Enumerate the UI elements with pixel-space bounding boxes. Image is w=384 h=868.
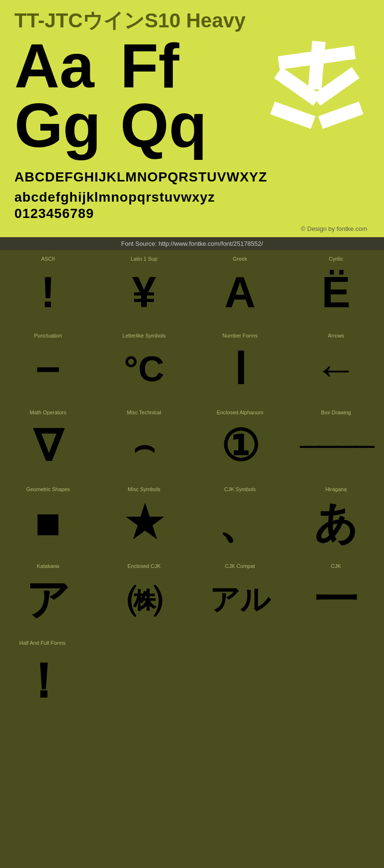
glyph-cell-arrows: Arrows ← xyxy=(288,327,384,404)
header-section: TT-JTCウインS10 Heavy Aa Gg Ff Qq xyxy=(0,0,384,237)
glyph-char-latin1sup: ¥ xyxy=(100,265,188,319)
letter-A: Aa xyxy=(14,36,101,96)
glyph-label-ascii: ASCII xyxy=(41,256,55,262)
font-source-bar: Font Source: http://www.fontke.com/font/… xyxy=(0,237,384,250)
glyph-label-cyrilic: Cyrilic xyxy=(329,256,343,262)
svg-rect-1 xyxy=(308,41,326,90)
glyph-cell-ascii: ASCII ! xyxy=(0,250,96,327)
glyph-char-misctech: ⌢ xyxy=(100,419,188,473)
digits: 0123456789 xyxy=(14,206,370,221)
glyph-cell-misctech: Misc Technical ⌢ xyxy=(96,404,192,481)
glyph-cell-geometric: Geometric Shapes ■ xyxy=(0,481,96,557)
glyph-char-cjk: 一 xyxy=(292,573,380,627)
glyph-char-punctuation: − xyxy=(4,342,92,396)
letter-G: Gg xyxy=(14,96,101,156)
glyph-label-boxdrawing: Box Drawing xyxy=(321,410,351,415)
glyph-char-enclosedcjk: ㈱ xyxy=(100,573,188,627)
glyph-label-letterlike: Letterlike Symbols xyxy=(122,333,166,338)
font-title: TT-JTCウインS10 Heavy xyxy=(14,10,370,32)
glyph-label-cjk: CJK xyxy=(331,563,341,569)
design-credit: © Design by fontke.com xyxy=(14,225,370,232)
glyph-label-greek: Greek xyxy=(233,256,247,262)
svg-rect-5 xyxy=(318,102,363,129)
glyph-char-hiragana: あ xyxy=(292,496,380,550)
glyph-label-cjkcompat: CJK Compat xyxy=(225,563,255,569)
half-full-label: Half And Full Forms xyxy=(0,634,384,650)
glyph-label-hiragana: Hiragana xyxy=(325,486,347,492)
glyph-char-cyrilic: Ë xyxy=(292,265,380,319)
glyph-char-arrows: ← xyxy=(292,342,380,396)
font-source-text: Font Source: http://www.fontke.com/font/… xyxy=(121,240,263,247)
glyph-char-cjksymbols: 、 xyxy=(196,496,284,550)
glyph-label-latin1sup: Latin 1 Sup xyxy=(131,256,157,262)
glyph-label-numberforms: Number Forms xyxy=(222,333,257,338)
glyph-char-ascii: ! xyxy=(4,265,92,319)
glyph-cell-enclosed: Enclosed Alphanum ① xyxy=(192,404,288,481)
glyph-char-numberforms: Ⅰ xyxy=(196,342,284,396)
kanji-decoration xyxy=(264,36,370,161)
glyph-cell-mathops: Math Operators ∇ xyxy=(0,404,96,481)
alphabet-lower: abcdefghijklmnopqrstuvwxyz xyxy=(14,189,370,206)
glyph-grid: ASCII ! Latin 1 Sup ¥ Greek Α Cyrilic Ë … xyxy=(0,250,384,634)
glyph-label-enclosed: Enclosed Alphanum xyxy=(216,410,263,415)
glyph-cell-cyrilic: Cyrilic Ë xyxy=(288,250,384,327)
glyph-cell-hiragana: Hiragana あ xyxy=(288,481,384,557)
letter-Q: Qq xyxy=(120,96,207,156)
glyph-char-greek: Α xyxy=(196,265,284,319)
glyph-cell-katakana: Katakana ア xyxy=(0,557,96,634)
glyph-char-geometric: ■ xyxy=(4,496,92,550)
glyph-cell-greek: Greek Α xyxy=(192,250,288,327)
glyph-cell-boxdrawing: Box Drawing ──── xyxy=(288,404,384,481)
glyph-cell-punctuation: Punctuation − xyxy=(0,327,96,404)
glyph-label-misctech: Misc Technical xyxy=(127,410,161,415)
glyph-label-mathops: Math Operators xyxy=(30,410,66,415)
glyph-label-geometric: Geometric Shapes xyxy=(26,486,70,492)
letter-F: Ff xyxy=(120,36,207,96)
glyph-label-punctuation: Punctuation xyxy=(34,333,62,338)
glyph-cell-cjksymbols: CJK Symbols 、 xyxy=(192,481,288,557)
glyph-label-miscsymbols: Misc Symbols xyxy=(128,486,160,492)
glyph-cell-enclosedcjk: Enclosed CJK ㈱ xyxy=(96,557,192,634)
glyph-char-katakana: ア xyxy=(4,573,92,627)
glyph-cell-miscsymbols: Misc Symbols ★ xyxy=(96,481,192,557)
svg-rect-4 xyxy=(270,102,315,129)
glyph-label-enclosedcjk: Enclosed CJK xyxy=(127,563,160,569)
alphabet-upper: ABCDEFGHIJKLMNOPQRSTUVWXYZ xyxy=(14,169,370,186)
glyph-char-miscsymbols: ★ xyxy=(100,496,188,550)
glyph-label-katakana: Katakana xyxy=(37,563,59,569)
glyph-cell-numberforms: Number Forms Ⅰ xyxy=(192,327,288,404)
glyph-char-letterlike: °C xyxy=(100,342,188,396)
glyph-cell-latin1sup: Latin 1 Sup ¥ xyxy=(96,250,192,327)
glyph-char-boxdrawing: ──── xyxy=(292,419,380,473)
half-full-char: ！ xyxy=(0,650,384,714)
glyph-cell-cjk: CJK 一 xyxy=(288,557,384,634)
glyph-label-cjksymbols: CJK Symbols xyxy=(224,486,256,492)
glyph-char-enclosed: ① xyxy=(196,419,284,473)
bottom-section: Half And Full Forms ！ xyxy=(0,634,384,724)
glyph-cell-letterlike: Letterlike Symbols °C xyxy=(96,327,192,404)
glyph-cell-cjkcompat: CJK Compat アル xyxy=(192,557,288,634)
glyph-char-cjkcompat: アル xyxy=(196,573,284,627)
glyph-label-arrows: Arrows xyxy=(328,333,344,338)
glyph-char-mathops: ∇ xyxy=(4,419,92,473)
